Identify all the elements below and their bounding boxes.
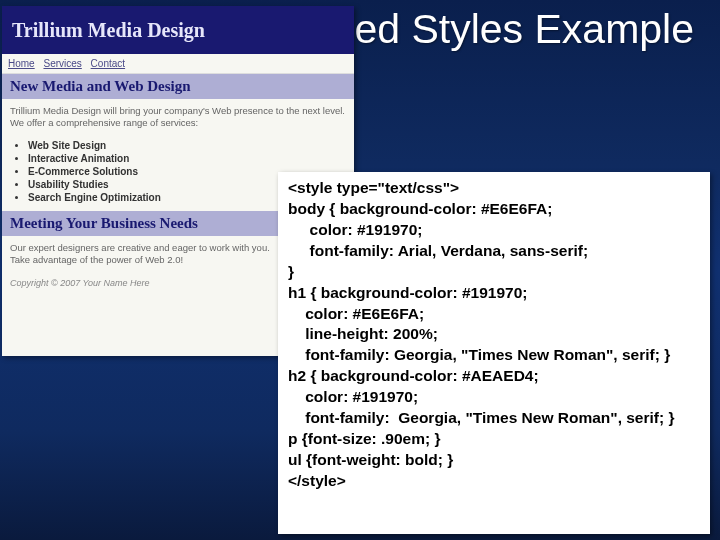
meet-line2: Take advantage of the power of Web 2.0! — [10, 254, 183, 265]
nav-link-services: Services — [43, 58, 81, 69]
css-code-block: <style type="text/css"> body { backgroun… — [278, 172, 710, 534]
meet-line1: Our expert designers are creative and ea… — [10, 242, 270, 253]
list-item: Interactive Animation — [28, 153, 346, 164]
example-h2-new-media: New Media and Web Design — [2, 74, 354, 99]
example-intro: Trillium Media Design will bring your co… — [2, 99, 354, 136]
nav-link-home: Home — [8, 58, 35, 69]
intro-line2: We offer a comprehensive range of servic… — [10, 117, 198, 128]
example-h1: Trillium Media Design — [2, 6, 354, 54]
intro-line1: Trillium Media Design will bring your co… — [10, 105, 345, 116]
list-item: Web Site Design — [28, 140, 346, 151]
nav-link-contact: Contact — [91, 58, 125, 69]
example-nav: Home Services Contact — [2, 54, 354, 74]
